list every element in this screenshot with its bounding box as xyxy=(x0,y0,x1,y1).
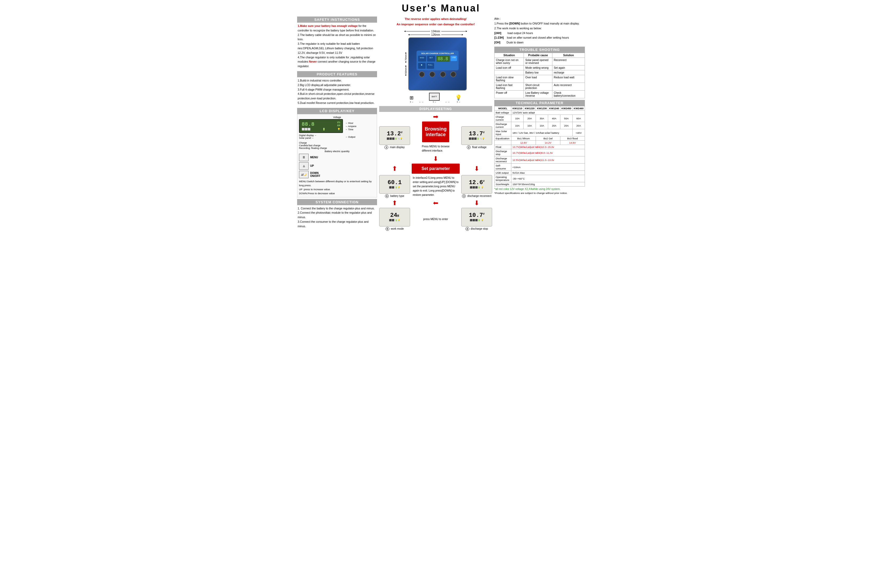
attn-item-1: 1.Press the [DOWN] button to ON/OFF load… xyxy=(494,21,585,26)
trouble-section: TROUBLE SHOOTING Situation Probable caus… xyxy=(494,46,585,98)
cause-4: Short circuit protection xyxy=(524,83,552,91)
arrow-right-1: ➡ xyxy=(433,113,438,120)
lcd-value-4: 10.7V xyxy=(469,213,485,219)
table-row: Discharge reconnect 12.5V(defaul,adjust … xyxy=(495,156,585,164)
lcd-discharge-stop: 10.7V ⬛⬛⬛🔋 💡 xyxy=(461,208,492,226)
lcd-icon3: 💡 xyxy=(338,128,340,131)
usb-output-value: 5V/2A Max xyxy=(512,171,585,175)
circle-6: 6 xyxy=(385,194,389,198)
discharge-reconnect-label: Discharge reconnect xyxy=(495,156,512,164)
situation-1: Charge icon not onwhen sunny xyxy=(495,58,524,66)
dim-70: 70mm xyxy=(405,54,407,61)
eq-lithium: Bo1 lithium xyxy=(512,136,536,141)
solution-2: Set again xyxy=(552,66,585,70)
lcd-header: LCD DISPLAY/KEY xyxy=(297,108,377,114)
lcd-annotated: 88.8 V%AH ⬜⬜⬜ 🔋 💡 Digital display ← xyxy=(299,119,343,150)
table-row: Load icon slow flashing Over load Reduce… xyxy=(495,75,585,83)
interface-desc: In interface2-5,long press MENU to enter… xyxy=(412,175,460,198)
table-row: Charge current 10A 20A 30A 40A 50A 60A xyxy=(495,115,585,122)
lcd-units: V%AH xyxy=(337,121,340,127)
cause-5: Low Battery voltage/reverse xyxy=(524,91,552,98)
situation-2: Load icon off xyxy=(495,66,524,70)
candela-label: Candela:fast charge xyxy=(299,144,343,147)
ampere-label: → Ampere xyxy=(345,125,357,128)
discharge-stop-label: Discharge stop xyxy=(495,149,512,156)
cause-1: Solar panel openedor reversed xyxy=(524,58,552,66)
lcd-icons-6: ⬛⬛ 🔋💡 xyxy=(389,186,400,189)
menu-key-row: ☰ MENU xyxy=(299,154,375,161)
down-label: DOWNON/OFF xyxy=(310,172,320,177)
usb-output-label: USB output xyxy=(495,171,512,175)
size-weight-label: Size/Weight xyxy=(495,182,512,186)
menu-button[interactable]: ☰ xyxy=(299,154,309,161)
attn-section: Attn : 1.Press the [DOWN] button to ON/O… xyxy=(494,16,585,45)
middle-column: The reverse order applies when deinstall… xyxy=(379,16,492,231)
product-section: PRODUCT FEATURES 1.Build-in industrial m… xyxy=(297,71,377,106)
eq-values-label xyxy=(495,141,512,145)
lcd-icons-5: ⬛⬛ 🔋💡 xyxy=(389,219,400,221)
situation-4: Load icon fast flashing xyxy=(495,83,524,91)
solution-2b: recharge xyxy=(552,70,585,75)
menu-description: MENU:Switch between different display or… xyxy=(299,179,375,195)
self-consume-value: <10mA xyxy=(512,164,585,171)
trouble-col-situation: Situation xyxy=(495,53,524,58)
trouble-table: Situation Probable cause Solution Charge… xyxy=(494,53,585,98)
size-weight-value: 150*78*35mm/150g xyxy=(512,182,585,186)
menu-label: MENU xyxy=(310,156,318,159)
discharge-stop-value: 10.7V(defaul,adjust table)9.0--11.5v xyxy=(512,149,585,156)
solution-5: Check battery/connection xyxy=(552,91,585,98)
lcd-label-6: 6 battery type xyxy=(379,194,410,198)
lcd-label-2: 2 float voltage xyxy=(461,146,492,149)
up-button[interactable]: △ xyxy=(299,162,309,170)
cc-kw1210: 10A xyxy=(512,115,524,122)
circle-3: 3 xyxy=(462,194,466,198)
digital-display-label: Digital display xyxy=(299,134,314,136)
down-button[interactable]: △/🌙 xyxy=(299,171,309,178)
lcd-icons-3: ⬛⬛⬛🔋 💡 xyxy=(470,186,484,189)
tech-col-kw1220: KW1220 xyxy=(524,106,536,111)
batt-voltage-label: Batt voltage xyxy=(495,111,512,115)
lcd-label-1: 1 main display xyxy=(379,146,410,149)
lcd-box: Voltage 88.8 V%AH ⬜⬜⬜ 🔋 💡 xyxy=(297,114,377,197)
arrow-up-left: ⬆ xyxy=(379,165,410,172)
display-row3: 60.1 ⬛⬛ 🔋💡 6 battery type In interface2-… xyxy=(379,175,492,198)
lcd-float-voltage: 13.7V ⬛⬛⬛🔋 ↑↓💡 xyxy=(461,126,492,145)
lcd-label-3: 3 discharge reconnect xyxy=(461,194,492,198)
hour-label: → Hour xyxy=(345,122,357,124)
eq-v-lithium: 12.6V xyxy=(512,141,536,145)
press-menu-text: Press MENU to browsedifferent interface. xyxy=(421,143,451,154)
cause-2b: Battery low xyxy=(524,70,552,75)
table-row: Power off Low Battery voltage/reverse Ch… xyxy=(495,91,585,98)
dc-kw1230: 10A xyxy=(536,122,548,129)
device-diagram: ◄ 134mm ► ◄ 126mm ► ▲ 70mm ▼ xyxy=(379,30,492,104)
solution-3: Reduce load watt xyxy=(552,75,585,83)
battery-qty-label: Battery electric quantity xyxy=(299,150,375,153)
arrow-left-bottom: ⬅ xyxy=(412,199,460,207)
warning2: An improper sequence order can damage th… xyxy=(379,22,492,27)
table-row: Discharge current 10A 10A 10A 20A 20A 20… xyxy=(495,122,585,129)
table-row: Max Solar input 18V / 12V bat, 36V / 24V… xyxy=(495,129,585,136)
page-title: User's Manual xyxy=(297,3,585,14)
cause-3: Over load xyxy=(524,75,552,83)
table-row: Battery low recharge xyxy=(495,70,585,75)
arrow-up-2: ⬆ xyxy=(379,199,410,207)
charge-label: Charge xyxy=(299,141,343,144)
float-label: Float xyxy=(495,145,512,149)
warning1: The reverse order applies when deinstall… xyxy=(379,16,492,22)
table-row: USB output 5V/2A Max xyxy=(495,171,585,175)
display-section-header: DISPLAY/SEETING xyxy=(379,106,492,112)
device-image: SOLAR CHARGE CONTROLLER MOD SET 88.8 USB… xyxy=(408,37,467,91)
safety-red-text: 1.Make sure your battery has enough volt… xyxy=(298,24,358,27)
situation-3: Load icon slow flashing xyxy=(495,75,524,83)
up-label: UP xyxy=(310,164,314,167)
voltage-label: Voltage xyxy=(299,116,375,118)
left-column: SAFETY INSTRUCTIONS 1.Make sure your bat… xyxy=(297,16,377,231)
dc-kw2460: 20A xyxy=(573,122,585,129)
browsing-label: Browsing xyxy=(425,126,447,132)
trouble-col-solution: Solution xyxy=(552,53,585,58)
system-header: SYSTEM CONNECTION xyxy=(297,199,377,205)
solution-1: Reconnect xyxy=(552,58,585,66)
browsing-box: Browsing interface xyxy=(422,122,449,142)
dim-50: 50mm xyxy=(405,67,407,74)
lcd-value-2: 13.7V xyxy=(469,131,485,137)
